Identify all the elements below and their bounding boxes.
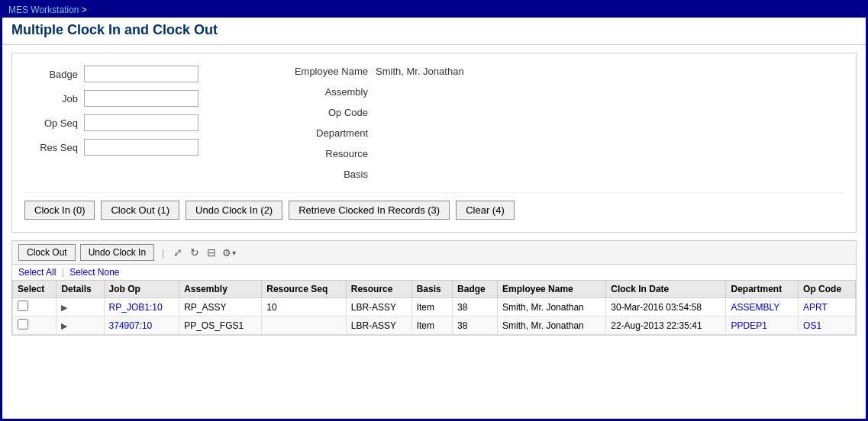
resource-row: Resource	[284, 148, 464, 159]
op-code-link[interactable]: APRT	[803, 302, 828, 313]
data-table: Select Details Job Op Assembly Resource …	[12, 280, 856, 335]
col-employee-name: Employee Name	[498, 281, 606, 298]
job-op-link[interactable]: RP_JOB1:10	[109, 302, 163, 313]
job-label: Job	[24, 93, 78, 104]
op-code-row: Op Code	[284, 107, 464, 118]
row-op-code-cell: APRT	[799, 298, 856, 317]
gear-dropdown[interactable]: ⚙ ▾	[222, 247, 236, 259]
row-resource-seq-cell: 10	[262, 298, 346, 317]
row-select-cell	[13, 298, 56, 317]
row-employee-name-cell: Smith, Mr. Jonathan	[498, 317, 606, 335]
col-badge: Badge	[453, 281, 498, 298]
row-resource-seq-cell	[262, 317, 346, 335]
clear-button[interactable]: Clear (4)	[456, 201, 515, 220]
breadcrumb-link[interactable]: MES Workstation	[8, 5, 79, 15]
top-bar: MES Workstation >	[2, 2, 866, 18]
row-basis-cell: Item	[411, 298, 452, 317]
clock-in-button[interactable]: Clock In (0)	[24, 201, 95, 220]
department-link[interactable]: ASSEMBLY	[731, 302, 779, 313]
col-job-op: Job Op	[104, 281, 179, 298]
col-department: Department	[726, 281, 799, 298]
row-job-op-cell: RP_JOB1:10	[104, 298, 179, 317]
breadcrumb-separator: >	[82, 5, 87, 15]
col-resource-seq: Resource Seq	[262, 281, 346, 298]
retrieve-button[interactable]: Retrieve Clocked In Records (3)	[289, 201, 450, 220]
row-job-op-cell: 374907:10	[104, 317, 179, 335]
op-seq-row: Op Seq	[24, 114, 253, 131]
form-panel: Badge Job Op Seq Res Seq	[11, 53, 857, 233]
col-op-code: Op Code	[799, 281, 856, 298]
row-checkbox[interactable]	[18, 319, 28, 329]
department-link[interactable]: PPDEP1	[731, 320, 766, 331]
basis-row: Basis	[284, 169, 464, 180]
res-seq-row: Res Seq	[24, 139, 253, 156]
row-department-cell: PPDEP1	[726, 317, 799, 335]
export-icon[interactable]: ⊟	[205, 245, 218, 260]
row-expand-arrow-icon[interactable]: ▶	[61, 303, 67, 312]
dropdown-arrow-icon: ▾	[232, 249, 236, 257]
form-right: Employee Name Smith, Mr. Jonathan Assemb…	[284, 66, 464, 180]
action-buttons: Clock In (0) Clock Out (1) Undo Clock In…	[24, 192, 844, 220]
table-row: ▶RP_JOB1:10RP_ASSY10LBR-ASSYItem38Smith,…	[13, 298, 856, 317]
employee-name-label: Employee Name	[284, 66, 368, 77]
row-assembly-cell: RP_ASSY	[179, 298, 262, 317]
col-details: Details	[56, 281, 104, 298]
select-links-row: Select All | Select None	[12, 265, 856, 280]
row-checkbox[interactable]	[18, 300, 28, 311]
main-content: Badge Job Op Seq Res Seq	[2, 45, 866, 343]
department-row: Department	[284, 127, 464, 139]
row-assembly-cell: PP_OS_FGS1	[179, 317, 262, 335]
row-department-cell: ASSEMBLY	[726, 298, 799, 317]
employee-name-value: Smith, Mr. Jonathan	[376, 66, 464, 77]
basis-label: Basis	[284, 169, 368, 180]
expand-icon[interactable]: ⤢	[172, 245, 184, 260]
grid-undo-clock-in-button[interactable]: Undo Clock In	[80, 244, 154, 261]
row-badge-cell: 38	[453, 317, 498, 335]
col-select: Select	[13, 281, 56, 298]
row-employee-name-cell: Smith, Mr. Jonathan	[498, 298, 606, 317]
table-row: ▶374907:10PP_OS_FGS1LBR-ASSYItem38Smith,…	[13, 317, 856, 335]
form-grid: Badge Job Op Seq Res Seq	[24, 66, 844, 180]
row-resource-cell: LBR-ASSY	[346, 317, 411, 335]
col-assembly: Assembly	[179, 281, 262, 298]
row-resource-cell: LBR-ASSY	[346, 298, 411, 317]
col-basis: Basis	[411, 281, 452, 298]
clock-out-button[interactable]: Clock Out (1)	[101, 201, 179, 220]
badge-input[interactable]	[84, 66, 198, 82]
job-row: Job	[24, 90, 253, 107]
department-label: Department	[284, 127, 368, 139]
res-seq-input[interactable]	[84, 139, 198, 156]
row-clock-in-date-cell: 30-Mar-2016 03:54:58	[606, 298, 726, 317]
grid-toolbar: Clock Out Undo Clock In | ⤢ ↻ ⊟ ⚙ ▾	[12, 241, 856, 265]
resource-label: Resource	[284, 148, 368, 159]
row-clock-in-date-cell: 22-Aug-2013 22:35:41	[606, 317, 726, 335]
row-expand-arrow-icon[interactable]: ▶	[61, 321, 67, 330]
row-op-code-cell: OS1	[799, 317, 856, 335]
page-title: Multiple Clock In and Clock Out	[11, 22, 857, 38]
job-input[interactable]	[84, 90, 198, 107]
table-header-row: Select Details Job Op Assembly Resource …	[13, 281, 856, 298]
col-resource: Resource	[346, 281, 411, 298]
undo-clock-in-button[interactable]: Undo Clock In (2)	[186, 201, 282, 220]
links-separator: |	[62, 267, 64, 278]
op-seq-label: Op Seq	[24, 117, 78, 129]
op-code-label: Op Code	[284, 107, 368, 118]
refresh-icon[interactable]: ↻	[189, 245, 201, 260]
employee-name-row: Employee Name Smith, Mr. Jonathan	[284, 66, 464, 77]
badge-label: Badge	[24, 69, 78, 80]
op-code-link[interactable]: OS1	[803, 320, 821, 331]
grid-clock-out-button[interactable]: Clock Out	[18, 244, 76, 261]
assembly-row: Assembly	[284, 86, 464, 98]
page-header: Multiple Clock In and Clock Out	[2, 18, 866, 45]
row-details-cell: ▶	[56, 317, 104, 335]
job-op-link[interactable]: 374907:10	[109, 320, 153, 331]
select-all-link[interactable]: Select All	[18, 267, 56, 278]
assembly-label: Assembly	[284, 86, 368, 98]
gear-icon: ⚙	[222, 247, 231, 259]
row-details-cell: ▶	[56, 298, 104, 317]
select-none-link[interactable]: Select None	[69, 267, 119, 278]
grid-panel: Clock Out Undo Clock In | ⤢ ↻ ⊟ ⚙ ▾ Sele…	[11, 240, 857, 336]
toolbar-separator: |	[162, 247, 164, 259]
op-seq-input[interactable]	[84, 114, 198, 131]
badge-row: Badge	[24, 66, 253, 82]
